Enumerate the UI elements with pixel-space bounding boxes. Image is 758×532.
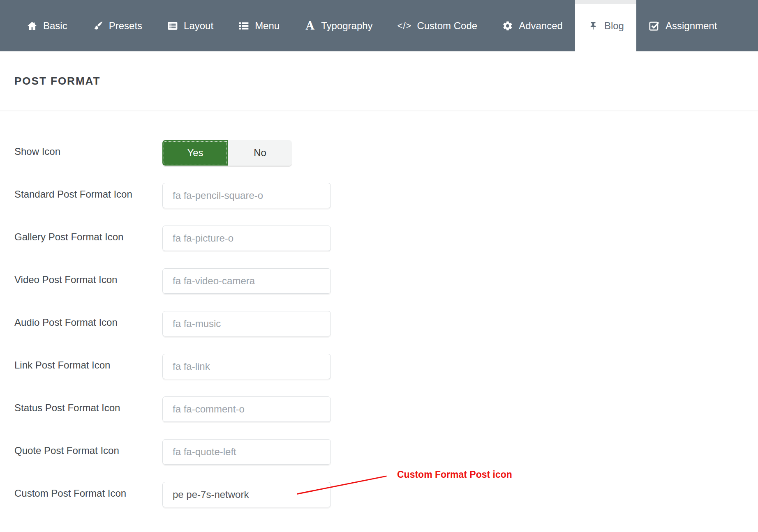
typography-icon: A [304, 20, 316, 32]
tab-menu[interactable]: Menu [226, 0, 292, 51]
tab-label: Presets [109, 20, 142, 32]
tab-basic[interactable]: Basic [14, 0, 80, 51]
show-icon-yes-button[interactable]: Yes [162, 140, 228, 166]
tab-advanced[interactable]: Advanced [490, 0, 575, 51]
tab-presets[interactable]: Presets [80, 0, 155, 51]
custom-post-format-input[interactable] [162, 482, 331, 507]
top-navbar: Basic Presets Layout Menu A Typography <… [0, 0, 758, 51]
page-title: POST FORMAT [14, 75, 100, 88]
tab-label: Blog [604, 20, 624, 32]
code-icon: </> [397, 20, 412, 32]
tab-blog[interactable]: Blog [575, 0, 636, 51]
layout-icon [167, 20, 178, 32]
gallery-post-format-input[interactable] [162, 226, 331, 251]
tab-label: Assignment [666, 20, 717, 32]
status-post-format-row: Status Post Format Icon [14, 396, 758, 422]
video-post-format-input[interactable] [162, 268, 331, 294]
audio-post-format-input[interactable] [162, 311, 331, 336]
field-label: Gallery Post Format Icon [14, 226, 162, 243]
post-format-panel: Show Icon Yes No Standard Post Format Ic… [0, 111, 758, 507]
paintbrush-icon [92, 20, 104, 32]
standard-post-format-input[interactable] [162, 183, 331, 208]
tab-label: Advanced [519, 20, 563, 32]
annotation-label: Custom Format Post icon [397, 469, 512, 480]
field-label: Quote Post Format Icon [14, 439, 162, 457]
show-icon-label: Show Icon [14, 140, 162, 158]
pin-icon [587, 20, 599, 32]
quote-post-format-input[interactable] [162, 439, 331, 465]
gear-icon [502, 20, 513, 32]
tab-label: Basic [43, 20, 67, 32]
show-icon-toggle: Yes No [162, 140, 292, 166]
audio-post-format-row: Audio Post Format Icon [14, 311, 758, 336]
field-label: Status Post Format Icon [14, 396, 162, 414]
field-label: Audio Post Format Icon [14, 311, 162, 329]
tab-label: Menu [255, 20, 280, 32]
list-icon [238, 20, 250, 32]
field-label: Video Post Format Icon [14, 268, 162, 286]
tab-assignment[interactable]: Assignment [636, 0, 729, 51]
tab-layout[interactable]: Layout [155, 0, 226, 51]
status-post-format-input[interactable] [162, 396, 331, 422]
video-post-format-row: Video Post Format Icon [14, 268, 758, 294]
tab-typography[interactable]: A Typography [292, 0, 385, 51]
tab-custom-code[interactable]: </> Custom Code [385, 0, 490, 51]
link-post-format-input[interactable] [162, 354, 331, 379]
custom-post-format-row: Custom Post Format Icon [14, 482, 758, 507]
check-square-icon [649, 20, 660, 32]
standard-post-format-row: Standard Post Format Icon [14, 183, 758, 208]
section-header: POST FORMAT [0, 51, 758, 111]
field-label: Standard Post Format Icon [14, 183, 162, 200]
gallery-post-format-row: Gallery Post Format Icon [14, 226, 758, 251]
field-label: Link Post Format Icon [14, 354, 162, 371]
tab-label: Layout [184, 20, 213, 32]
quote-post-format-row: Quote Post Format Icon [14, 439, 758, 465]
tab-label: Custom Code [417, 20, 477, 32]
show-icon-no-button[interactable]: No [228, 140, 292, 166]
show-icon-row: Show Icon Yes No [14, 140, 758, 166]
field-label: Custom Post Format Icon [14, 482, 162, 500]
home-icon [26, 20, 38, 32]
tab-label: Typography [321, 20, 372, 32]
link-post-format-row: Link Post Format Icon [14, 354, 758, 379]
